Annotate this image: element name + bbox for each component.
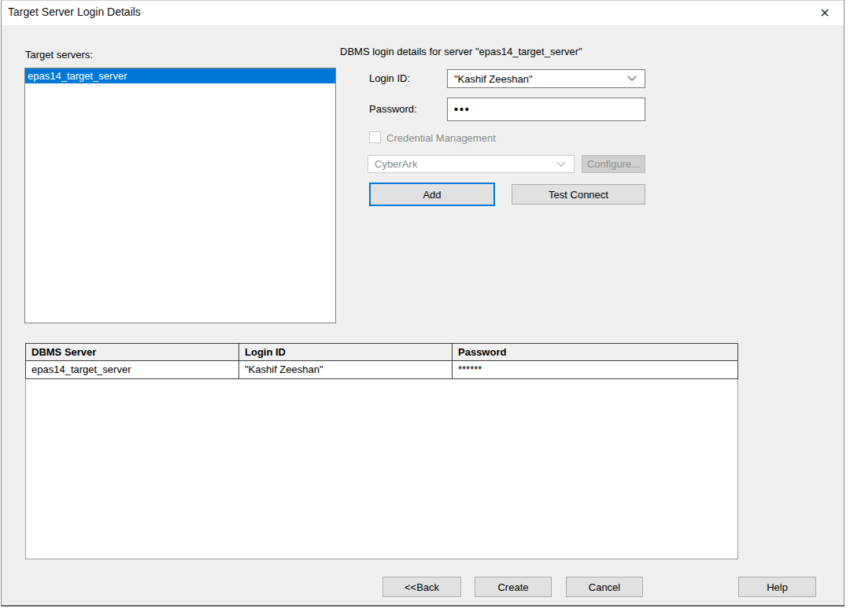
target-servers-listbox[interactable]: epas14_target_server	[24, 68, 336, 323]
test-connect-button[interactable]: Test Connect	[512, 184, 645, 205]
table-header-row: DBMS Server Login ID Password	[26, 344, 737, 361]
dialog-title: Target Server Login Details	[8, 6, 141, 18]
configure-button: Configure...	[582, 155, 645, 173]
credential-provider-combobox: CyberArk	[368, 155, 575, 173]
cell-dbms-server: epas14_target_server	[26, 361, 239, 378]
close-icon[interactable]: ✕	[815, 3, 834, 22]
password-label: Password:	[369, 103, 417, 115]
login-id-combobox[interactable]: "Kashif Zeeshan"	[447, 69, 645, 88]
cell-login-id: "Kashif Zeeshan"	[239, 361, 453, 378]
help-button[interactable]: Help	[738, 577, 816, 597]
column-header-dbms-server[interactable]: DBMS Server	[26, 344, 239, 360]
credential-management-label: Credential Management	[386, 132, 496, 144]
chevron-down-icon	[627, 72, 636, 81]
dbms-login-table[interactable]: DBMS Server Login ID Password epas14_tar…	[25, 343, 738, 559]
password-field[interactable]: •••	[447, 98, 645, 121]
back-button[interactable]: <<Back	[382, 577, 461, 597]
credential-provider-value: CyberArk	[368, 158, 558, 170]
password-masked-value: •••	[448, 103, 471, 116]
column-header-password[interactable]: Password	[453, 344, 737, 360]
credential-management-checkbox[interactable]	[369, 131, 381, 143]
column-header-login-id[interactable]: Login ID	[239, 344, 453, 360]
titlebar: Target Server Login Details ✕	[2, 1, 844, 25]
chevron-down-icon	[556, 157, 565, 166]
screen: Target Server Login Details ✕ Target ser…	[0, 0, 850, 616]
cancel-button[interactable]: Cancel	[566, 577, 643, 597]
login-id-value: "Kashif Zeeshan"	[448, 73, 629, 85]
create-button[interactable]: Create	[475, 577, 552, 597]
target-servers-label: Target servers:	[25, 49, 93, 61]
dbms-login-details-heading: DBMS login details for server "epas14_ta…	[340, 46, 582, 57]
list-item-epas14-target-server[interactable]: epas14_target_server	[25, 68, 335, 83]
table-grid: DBMS Server Login ID Password epas14_tar…	[25, 343, 738, 379]
add-button[interactable]: Add	[369, 183, 495, 206]
target-server-login-details-dialog: Target Server Login Details ✕ Target ser…	[1, 0, 844, 607]
cell-password: ******	[453, 361, 737, 378]
login-id-label: Login ID:	[369, 72, 410, 84]
table-row[interactable]: epas14_target_server "Kashif Zeeshan" **…	[26, 361, 737, 378]
